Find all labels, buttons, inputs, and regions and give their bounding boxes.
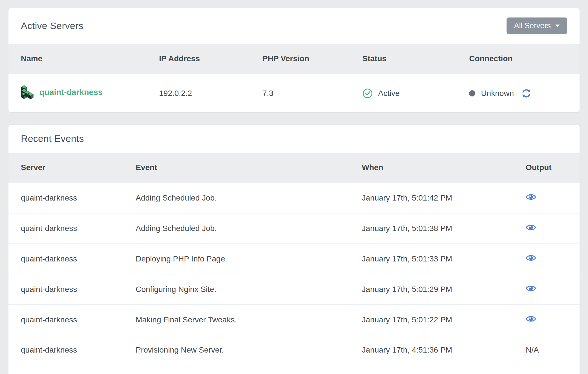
event-table-row: quaint-darkness Making Final Server Twea… bbox=[8, 305, 580, 335]
server-connection-text: Unknown bbox=[481, 89, 514, 98]
check-circle-icon bbox=[362, 88, 373, 98]
column-header-php-version: PHP Version bbox=[250, 44, 350, 74]
event-table-row: quaint-darkness Deploying PHP Info Page.… bbox=[8, 244, 580, 274]
event-server-cell: quaint-darkness bbox=[8, 213, 123, 244]
server-name-cell: quaint-darkness bbox=[8, 74, 147, 112]
event-when-cell: January 17th, 5:01:22 PM bbox=[350, 305, 513, 335]
event-output-cell bbox=[513, 365, 580, 374]
eye-icon bbox=[526, 193, 536, 201]
eye-icon bbox=[526, 285, 536, 292]
caret-down-icon bbox=[555, 25, 560, 27]
event-output-cell: N/A bbox=[513, 335, 580, 365]
eye-icon bbox=[526, 224, 536, 231]
event-when-cell: January 17th, 5:01:38 PM bbox=[350, 213, 513, 244]
event-output-cell bbox=[513, 305, 580, 335]
column-header-output: Output bbox=[513, 153, 580, 183]
event-table-row: quaint-darkness Adding Scheduled Job. Ja… bbox=[8, 213, 580, 244]
recent-events-table: Server Event When Output quaint-darkness… bbox=[8, 153, 580, 374]
eye-icon bbox=[526, 315, 536, 323]
active-servers-header-row: Name IP Address PHP Version Status Conne… bbox=[8, 44, 580, 74]
view-output-button[interactable] bbox=[526, 254, 536, 262]
output-na-text: N/A bbox=[526, 346, 539, 354]
event-server-cell: quaint-darkness bbox=[8, 335, 123, 365]
server-link[interactable]: quaint-darkness bbox=[21, 85, 103, 100]
server-php-version-cell: 7.3 bbox=[250, 74, 350, 112]
server-ip-cell: 192.0.2.2 bbox=[147, 74, 250, 112]
event-description-cell: Configuring Nginx Site. bbox=[123, 274, 349, 305]
active-servers-card: Active Servers All Servers Name IP Addre… bbox=[8, 8, 580, 112]
event-when-cell: January 17th, 5:01:33 PM bbox=[350, 244, 513, 274]
connection-unknown-dot-icon bbox=[469, 90, 475, 96]
all-servers-filter-button[interactable]: All Servers bbox=[507, 17, 567, 34]
event-when-cell: January 17th, 4:51:36 PM bbox=[350, 335, 513, 365]
active-servers-table: Name IP Address PHP Version Status Conne… bbox=[8, 44, 580, 112]
event-output-cell bbox=[513, 274, 580, 305]
connection-refresh-button[interactable] bbox=[521, 88, 531, 98]
event-server-cell: quaint-darkness bbox=[8, 183, 123, 213]
recent-events-header: Recent Events bbox=[8, 125, 580, 153]
view-output-button[interactable] bbox=[526, 285, 536, 292]
event-description-cell: Deploying PHP Info Page. bbox=[123, 244, 349, 274]
column-header-server: Server bbox=[8, 153, 123, 183]
column-header-when: When bbox=[350, 153, 513, 183]
view-output-button[interactable] bbox=[526, 224, 536, 231]
event-table-row: quaint-darkness Provisioning New Server.… bbox=[8, 335, 580, 365]
view-output-button[interactable] bbox=[526, 193, 536, 201]
view-output-button[interactable] bbox=[526, 315, 536, 323]
column-header-connection: Connection bbox=[457, 44, 580, 74]
event-table-row: quaint-darkness Adding Scheduled Job. Ja… bbox=[8, 183, 580, 213]
recent-events-card: Recent Events Server Event When Output q… bbox=[8, 125, 580, 374]
recent-events-title: Recent Events bbox=[21, 133, 84, 144]
all-servers-filter-label: All Servers bbox=[514, 22, 551, 30]
server-connection-cell: Unknown bbox=[457, 74, 580, 112]
server-status-cell: Active bbox=[350, 74, 457, 112]
active-servers-header: Active Servers All Servers bbox=[8, 8, 580, 44]
event-description-cell: Adding Scheduled Job. bbox=[123, 213, 349, 244]
event-output-cell bbox=[513, 244, 580, 274]
event-table-row: quaint-darkness Performing Forge Nginx M… bbox=[8, 365, 580, 374]
column-header-status: Status bbox=[350, 44, 457, 74]
event-server-cell: quaint-darkness bbox=[8, 244, 123, 274]
eye-icon bbox=[526, 254, 536, 262]
event-description-cell: Provisioning New Server. bbox=[123, 335, 349, 365]
event-when-cell: January 17th, 5:01:42 PM bbox=[350, 183, 513, 213]
server-status-text: Active bbox=[378, 89, 400, 98]
forge-dashboard-page: { "active_servers": { "title": "Active S… bbox=[0, 0, 588, 374]
event-description-cell: Making Final Server Tweaks. bbox=[123, 305, 349, 335]
event-output-cell bbox=[513, 183, 580, 213]
active-servers-title: Active Servers bbox=[21, 20, 83, 31]
server-name-text: quaint-darkness bbox=[39, 88, 103, 97]
event-output-cell bbox=[513, 213, 580, 244]
server-table-row: quaint-darkness 192.0.2.2 7.3 Active Unk… bbox=[8, 74, 580, 112]
linode-cubes-icon bbox=[21, 85, 34, 100]
event-when-cell: January 17th, 4:51:32 PM bbox=[350, 365, 513, 374]
refresh-arrows-icon bbox=[521, 88, 531, 98]
column-header-name: Name bbox=[8, 44, 147, 74]
column-header-ip-address: IP Address bbox=[147, 44, 250, 74]
event-when-cell: January 17th, 5:01:29 PM bbox=[350, 274, 513, 305]
event-server-cell: quaint-darkness bbox=[8, 274, 123, 305]
recent-events-header-row: Server Event When Output bbox=[8, 153, 580, 183]
event-description-cell: Adding Scheduled Job. bbox=[123, 183, 349, 213]
event-server-cell: quaint-darkness bbox=[8, 365, 123, 374]
event-description-cell: Performing Forge Nginx Maintenance. bbox=[123, 365, 349, 374]
column-header-event: Event bbox=[123, 153, 349, 183]
event-table-row: quaint-darkness Configuring Nginx Site. … bbox=[8, 274, 580, 305]
event-server-cell: quaint-darkness bbox=[8, 305, 123, 335]
